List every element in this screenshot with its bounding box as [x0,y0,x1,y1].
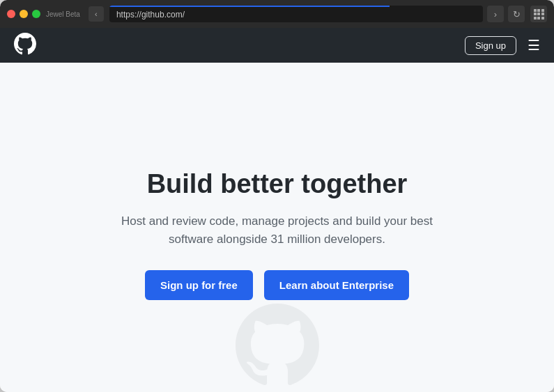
traffic-lights [7,10,40,18]
hamburger-menu-icon[interactable]: ☰ [528,38,540,52]
browser-window: Jewel Beta ‹ https://github.com/ › ↻ Sig [0,0,554,392]
watermark-octocat [201,304,354,392]
enterprise-button[interactable]: Learn about Enterprise [264,270,409,300]
github-navbar: Sign up ☰ [0,28,554,63]
hero-title: Build better together [147,168,408,201]
title-bar: Jewel Beta ‹ https://github.com/ › ↻ [0,0,554,28]
reload-button[interactable]: ↻ [508,6,525,22]
close-button[interactable] [7,10,15,18]
jewel-label: Jewel Beta [46,10,80,18]
grid-icon [534,9,544,19]
address-bar-container: https://github.com/ › ↻ [109,6,525,22]
url-text: https://github.com/ [116,10,185,19]
grid-menu-button[interactable] [530,6,547,22]
hero-buttons: Sign up for free Learn about Enterprise [145,270,409,300]
github-logo[interactable] [14,33,36,58]
back-button[interactable]: ‹ [89,6,104,22]
page-load-progress [109,6,390,7]
address-bar[interactable]: https://github.com/ [109,6,483,22]
forward-button[interactable]: › [487,6,504,22]
hero-subtitle: Host and review code, manage projects an… [103,212,452,248]
main-content: Build better together Host and review co… [0,63,554,392]
signup-button[interactable]: Sign up [465,36,516,55]
minimize-button[interactable] [20,10,28,18]
signup-free-button[interactable]: Sign up for free [145,270,253,300]
maximize-button[interactable] [32,10,40,18]
